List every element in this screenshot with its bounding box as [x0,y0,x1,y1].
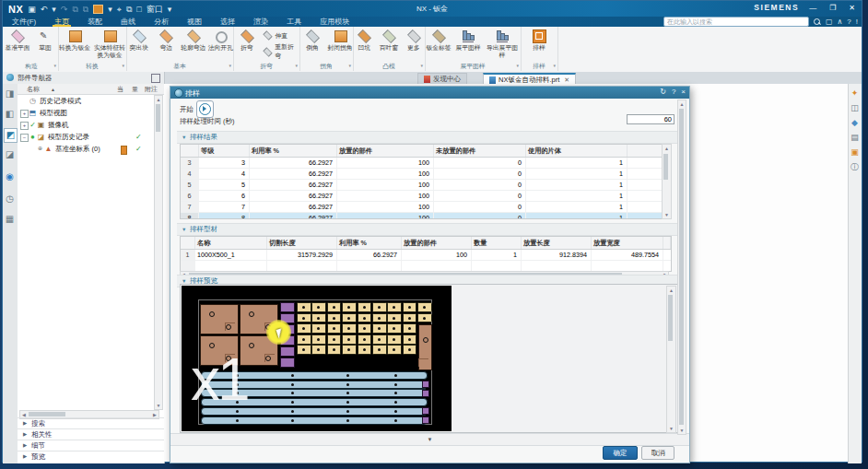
group-dropdown-icon[interactable]: ▾ [122,63,124,68]
table-cell[interactable]: 66.2927 [250,158,337,168]
start-nesting-button[interactable] [196,100,214,118]
table-cell[interactable]: 5 [181,180,199,190]
ribbon-button-弯边[interactable]: 弯边 [154,29,180,52]
table-cell[interactable]: 0 [434,169,526,179]
table-cell[interactable]: 1 [526,213,628,219]
help-icon[interactable]: ? [847,17,850,27]
ribbon-button-实体特征转换为钣金[interactable]: 实体特征转换为钣金 [93,29,126,58]
ribbon-button-法向开孔[interactable]: 法向开孔 [208,29,234,52]
results-vscrollbar[interactable]: ▲▼ [662,144,672,219]
table-cell[interactable] [402,261,472,271]
table-cell[interactable]: 3 [199,158,250,168]
table-cell[interactable]: 放置的部件 [337,145,434,157]
col-name[interactable]: 名称 [27,85,40,94]
menu-analysis[interactable]: 分析 [145,17,178,27]
dialog-close-icon[interactable]: × [681,88,686,96]
table-cell[interactable]: 489.7554 [592,250,663,260]
ribbon-button-基准平面[interactable]: 基准平面 [5,29,30,52]
table-cell[interactable]: 等级 [199,145,250,157]
navigator-pin-icon[interactable] [151,74,160,83]
menu-application[interactable]: 应用模块 [311,17,358,27]
sort-asc-icon[interactable]: ▲ [51,87,55,92]
table-row[interactable]: 11000X500_131579.292966.29271001912.8394… [181,250,671,261]
ribbon-button-突出块[interactable]: 突出块 [126,29,152,52]
table-cell[interactable]: 利用率 % [337,237,402,249]
cancel-button[interactable]: 取消 [641,446,674,460]
menu-select[interactable]: 选择 [211,17,244,27]
table-row[interactable]: 6666.292710001 [181,191,671,202]
table-cell[interactable]: 1 [526,202,628,212]
table-cell[interactable]: 4 [181,169,199,179]
table-cell[interactable]: 66.2927 [250,202,337,212]
table-cell[interactable]: 6 [181,191,199,201]
table-cell[interactable]: 利用率 % [250,145,337,157]
table-cell[interactable]: 100 [402,250,472,260]
table-cell[interactable]: 66.2927 [250,213,337,219]
ribbon-button-封闭拐角[interactable]: 封闭拐角 [327,29,353,52]
group-dropdown-icon[interactable]: ▾ [229,63,231,68]
table-row[interactable]: 8866.292710001 [181,213,671,219]
assembly-navigator-icon[interactable]: ◨ [4,88,16,100]
ribbon-button-凹坑[interactable]: 凹坑 [353,29,376,52]
table-cell[interactable]: 7 [199,202,250,212]
table-row[interactable]: 3366.292710001 [181,158,671,169]
table-cell[interactable]: 未放置的部件 [434,145,526,157]
group-dropdown-icon[interactable]: ▾ [53,63,56,68]
col-c3[interactable]: 附注 [145,85,158,94]
table-cell[interactable]: 1 [526,158,628,168]
ribbon-button-转换为钣金[interactable]: 转换为钣金 [58,29,91,58]
table-cell[interactable]: 0 [434,158,526,168]
table-cell[interactable]: 1 [472,250,522,260]
menu-view[interactable]: 视图 [178,17,211,27]
section-search[interactable]: ▶ 搜索 [18,417,164,428]
table-cell[interactable]: 0 [434,180,526,190]
ribbon-button-轮廓弯边[interactable]: 轮廓弯边 [181,29,206,52]
dialog-vscrollbar[interactable]: ▲▼ [677,100,686,435]
menu-curve[interactable]: 曲线 [111,17,145,27]
table-cell[interactable]: 8 [199,213,250,219]
table-cell[interactable]: 100 [337,202,434,212]
table-cell[interactable] [337,261,402,271]
tab-close-icon[interactable]: ✕ [564,76,569,84]
group-dropdown-icon[interactable]: ▾ [553,63,556,68]
table-cell[interactable]: 7 [181,202,199,212]
reuse-library-icon[interactable]: ◪ [4,148,16,161]
table-cell[interactable]: 3 [181,158,199,168]
menu-render[interactable]: 渲染 [244,17,277,27]
ribbon-button-更多[interactable]: 更多 [402,29,425,52]
table-row[interactable]: 7766.292710001 [181,202,671,213]
table-cell[interactable]: 1 [181,250,195,260]
table-cell[interactable] [181,145,199,157]
navigator-vscrollbar[interactable]: ▲▼ [154,95,163,410]
table-cell[interactable] [472,261,522,271]
preview-vscrollbar[interactable]: ▲▼ [666,286,676,433]
table-cell[interactable]: 放置长度 [522,237,592,249]
ribbon-button-百叶窗[interactable]: 百叶窗 [378,29,401,52]
table-cell[interactable]: 1000X500_1 [195,250,267,260]
ribbon-button-导出展平图样[interactable]: 导出展平图样 [484,29,521,58]
table-cell[interactable]: 数量 [472,237,522,249]
ribbon-button-伸直[interactable]: 伸直 [263,30,300,41]
close-button[interactable]: ✕ [846,4,858,12]
table-cell[interactable]: 66.2927 [337,250,402,260]
table-cell[interactable]: 名称 [195,237,267,249]
table-cell[interactable]: 4 [199,169,250,179]
section-preview[interactable]: ▶ 预览 [18,451,164,462]
system-templates-icon[interactable]: ▦ [4,213,16,226]
dialog-title-bar[interactable]: 排样 ↻ ? × [170,87,689,99]
table-cell[interactable]: 1 [526,169,628,179]
table-cell[interactable]: 100 [337,191,434,201]
flat-pattern-icon[interactable]: ▤ [850,132,860,143]
export-flat-pattern-icon[interactable]: ◫ [850,102,860,113]
restore-button[interactable]: ❐ [827,4,839,12]
collapse-icon[interactable]: − [20,134,29,142]
table-cell[interactable]: 6 [199,191,250,201]
dialog-reset-icon[interactable]: ↻ [660,88,666,96]
command-search-input[interactable] [663,17,809,27]
ok-button[interactable]: 确定 [603,446,638,460]
group-dropdown-icon[interactable]: ▾ [420,63,423,68]
table-cell[interactable]: 31579.2929 [267,250,337,260]
preview-canvas[interactable]: x1 [182,286,452,431]
dialog-help-icon[interactable]: ? [672,88,675,96]
table-cell[interactable]: 1 [526,180,628,190]
